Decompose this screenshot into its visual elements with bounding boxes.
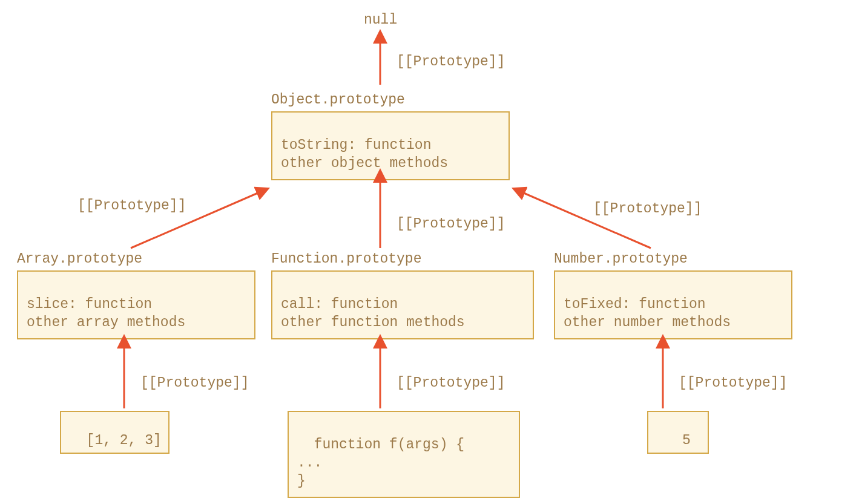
array-prototype-box: slice: function other array methods [17, 270, 255, 339]
function-prototype-title: Function.prototype [271, 251, 421, 267]
proto-label-top: [[Prototype]] [397, 54, 505, 70]
object-proto-line2: other object methods [281, 155, 448, 171]
proto-label-right-bottom: [[Prototype]] [679, 375, 787, 391]
array-proto-line1: slice: function [27, 296, 152, 312]
array-instance-text: [1, 2, 3] [87, 433, 162, 448]
object-prototype-box: toString: function other object methods [271, 111, 510, 180]
number-instance-text: 5 [682, 433, 691, 448]
function-proto-line2: other function methods [281, 315, 465, 330]
array-instance-box: [1, 2, 3] [60, 411, 169, 454]
function-prototype-box: call: function other function methods [271, 270, 534, 339]
proto-label-right-mid: [[Prototype]] [593, 201, 702, 217]
proto-label-mid-mid: [[Prototype]] [397, 216, 505, 232]
number-instance-box: 5 [647, 411, 709, 454]
object-proto-line1: toString: function [281, 137, 431, 153]
number-proto-line2: other number methods [564, 315, 731, 330]
array-proto-line2: other array methods [27, 315, 185, 330]
number-prototype-box: toFixed: function other number methods [554, 270, 792, 339]
array-prototype-title: Array.prototype [17, 251, 142, 267]
function-proto-line1: call: function [281, 296, 398, 312]
object-prototype-title: Object.prototype [271, 92, 405, 108]
proto-label-mid-bottom: [[Prototype]] [397, 375, 505, 391]
function-instance-box: function f(args) { ... } [288, 411, 520, 498]
function-instance-text: function f(args) { ... } [297, 437, 464, 489]
proto-label-left-mid: [[Prototype]] [77, 198, 186, 214]
number-proto-line1: toFixed: function [564, 296, 706, 312]
number-prototype-title: Number.prototype [554, 251, 688, 267]
arrow-number-to-object [518, 191, 651, 248]
null-label: null [364, 12, 397, 28]
proto-label-left-bottom: [[Prototype]] [140, 375, 249, 391]
